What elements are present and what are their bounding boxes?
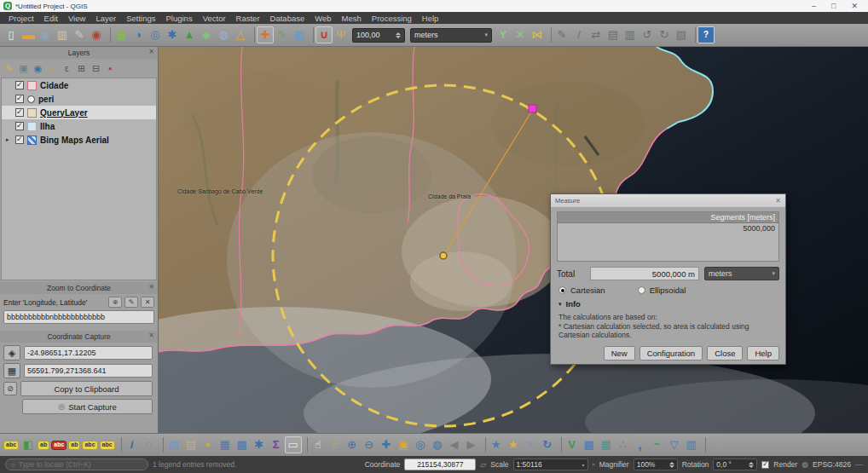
layer-peri[interactable]: peri	[2, 92, 156, 106]
help-contents-icon[interactable]: ?	[697, 26, 715, 43]
identify-icon[interactable]: ◎	[147, 26, 164, 43]
add-point-cloud-icon[interactable]: ∴	[615, 436, 632, 453]
select-features-icon[interactable]: ▨	[165, 436, 182, 453]
radio-icon[interactable]	[638, 286, 645, 294]
georeferencer-icon[interactable]: ▩	[291, 26, 308, 43]
close-button[interactable]: ✕	[851, 2, 858, 10]
zoom-native-icon[interactable]: ✚	[378, 436, 395, 453]
wgs84-coordinate-field[interactable]	[24, 346, 153, 360]
add-group-icon[interactable]: ▣	[16, 61, 31, 76]
label-highlight-icon[interactable]: ab	[68, 441, 80, 450]
copy-to-clipboard-button[interactable]: Copy to Clipboard	[20, 381, 153, 396]
close-panel-icon[interactable]: ✕	[148, 48, 154, 55]
filter-expression-icon[interactable]: ε	[60, 61, 74, 76]
add-raster-layer-icon[interactable]: ▩	[581, 436, 598, 453]
clear-coordinate-button[interactable]: ✕	[141, 297, 154, 308]
toolbar-separator[interactable]	[310, 27, 314, 43]
toolbar-separator[interactable]	[558, 437, 562, 453]
vertex-tool-icon[interactable]: ✎	[274, 26, 291, 43]
offset-curve-icon[interactable]: Y	[495, 26, 512, 43]
close-panel-icon[interactable]: ✕	[148, 332, 154, 339]
crs-status[interactable]: EPSG:4826	[813, 460, 851, 469]
add-mesh-layer-icon[interactable]: ▦	[598, 436, 615, 453]
db-manager-icon[interactable]: ≡	[708, 436, 725, 453]
spinner-arrows-icon[interactable]	[396, 32, 401, 38]
expander-icon[interactable]: ▸	[6, 136, 12, 143]
refresh-map-icon[interactable]: ↻	[539, 436, 556, 453]
add-wms-layer-icon[interactable]: ▥	[683, 436, 700, 453]
menu-plugins[interactable]: Plugins	[160, 14, 197, 23]
radio-cartesian[interactable]: Cartesian	[558, 286, 605, 295]
identify-features-icon[interactable]: i	[124, 436, 141, 453]
pan-to-selection-icon[interactable]: ☝	[327, 436, 344, 453]
layer-bing-maps-aerial[interactable]: ▸ Bing Maps Aerial	[2, 133, 156, 147]
radio-ellipsoidal[interactable]: Ellipsoidal	[638, 286, 686, 295]
spinner-arrows-icon[interactable]	[749, 462, 754, 468]
processing-toolbox-icon[interactable]: ✱	[164, 26, 181, 43]
style-manager-icon[interactable]: ◉	[88, 26, 105, 43]
save-project-icon[interactable]: ▣	[37, 26, 54, 43]
rotation-spinbox[interactable]: 0,0 °	[713, 459, 757, 470]
layer-ilha[interactable]: Ilha	[2, 119, 156, 133]
menu-raster[interactable]: Raster	[231, 14, 265, 23]
remove-layer-icon[interactable]: ▪	[103, 61, 118, 76]
add-virtual-layer-icon[interactable]: ▽	[666, 436, 683, 453]
snapping-icon[interactable]: ∪	[315, 26, 333, 43]
field-calculator-icon[interactable]: ▩	[234, 436, 251, 453]
add-feature-icon[interactable]: /	[570, 26, 587, 43]
toolbar-separator[interactable]	[251, 27, 255, 43]
close-button[interactable]: Close	[707, 346, 743, 361]
new-geopackage-icon[interactable]: ◆	[198, 26, 215, 43]
zoom-to-selection-icon[interactable]: ◎	[412, 436, 429, 453]
deselect-features-icon[interactable]: ▪	[200, 436, 217, 453]
new-3d-map-icon[interactable]: ◧	[20, 436, 37, 453]
reverse-line-icon[interactable]: ⋈	[529, 26, 546, 43]
add-vector-layer-icon[interactable]: V	[564, 436, 581, 453]
move-feature-icon[interactable]: ⇄	[587, 26, 605, 43]
save-project-as-icon[interactable]: ▥	[54, 26, 71, 43]
zoom-out-icon[interactable]: ⊖	[361, 436, 378, 453]
show-bookmarks-icon[interactable]: ★	[488, 436, 505, 453]
add-delimited-text-icon[interactable]: ,	[632, 436, 649, 453]
zoom-next-icon[interactable]: ▶	[463, 436, 480, 453]
toolbar-separator[interactable]	[692, 27, 696, 43]
project-properties-icon[interactable]: ✎	[71, 26, 88, 43]
coordinate-input[interactable]	[404, 459, 476, 470]
mesh-icon[interactable]: △	[232, 26, 249, 43]
total-value-field[interactable]	[590, 267, 699, 280]
new-shapefile-icon[interactable]: ▲	[181, 26, 198, 43]
pan-to-coordinate-icon[interactable]: ✚	[257, 26, 274, 43]
label-unpin-icon[interactable]: abc	[51, 441, 67, 450]
minimize-button[interactable]: –	[812, 2, 816, 10]
segments-list[interactable]: 5000,000	[558, 223, 778, 261]
menu-layer[interactable]: Layer	[90, 14, 121, 23]
tracing-icon[interactable]: Ψ	[333, 26, 350, 43]
menu-vector[interactable]: Vector	[198, 14, 231, 23]
python-console-icon[interactable]: ◑	[130, 26, 147, 43]
manage-map-themes-icon[interactable]: ◉	[31, 61, 45, 76]
scale-dropdown[interactable]: 1:50116 ▾	[513, 459, 588, 470]
menu-web[interactable]: Web	[310, 14, 336, 23]
filter-legend-icon[interactable]: ▽	[45, 61, 60, 76]
toolbar-separator[interactable]	[702, 437, 706, 453]
track-mouse-button[interactable]: ⊘	[3, 382, 17, 395]
zoom-to-layer-icon[interactable]: ◍	[429, 436, 446, 453]
coordinate-entry-input[interactable]	[3, 310, 154, 324]
paste-features-icon[interactable]: ▥	[622, 26, 639, 43]
toggle-editing-icon[interactable]: ✎	[553, 26, 570, 43]
zoom-in-icon[interactable]: ⊕	[344, 436, 361, 453]
new-button[interactable]: New	[604, 346, 635, 361]
crs-globe-icon[interactable]: ◍	[801, 460, 808, 469]
label-move-icon[interactable]: abc	[100, 441, 115, 450]
zoom-to-coordinate-button[interactable]: ⊕	[108, 297, 122, 308]
scale-spinbox[interactable]: 100,00	[352, 28, 405, 43]
pan-map-icon[interactable]: ☝	[310, 436, 327, 453]
zoom-full-icon[interactable]: ▣	[395, 436, 412, 453]
projected-crs-button[interactable]: ▦	[3, 363, 20, 378]
crs-picker-button[interactable]: ◈	[3, 345, 20, 361]
layer-labeling-icon[interactable]: abc	[3, 441, 19, 450]
select-by-value-icon[interactable]: ▤	[182, 436, 200, 453]
layout-manager-icon[interactable]: ▦	[113, 26, 130, 43]
lock-scale-icon[interactable]: ▫	[593, 460, 595, 469]
cad-construction-icon[interactable]: ✕	[512, 26, 529, 43]
